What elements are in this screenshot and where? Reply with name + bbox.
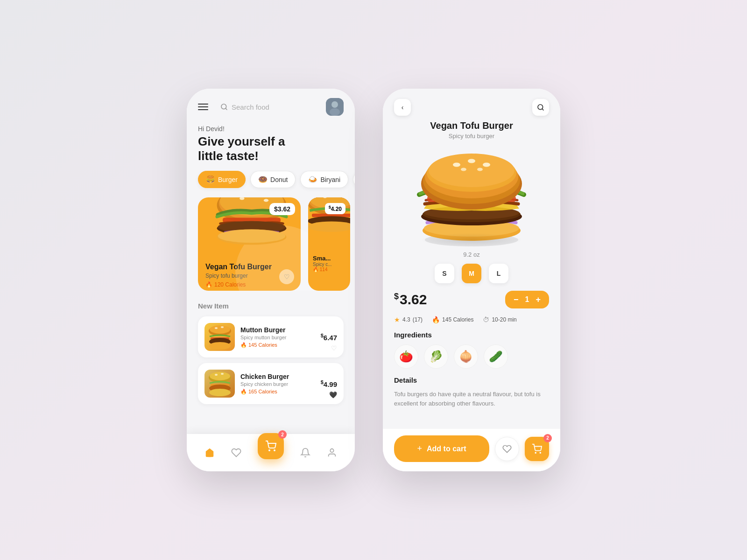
svg-point-59 <box>477 168 483 171</box>
category-biryani[interactable]: 🍛 Biryani <box>300 171 348 188</box>
size-options: S M L <box>383 264 560 283</box>
nav-profile[interactable] <box>327 448 337 458</box>
ingredients-section-title: Ingredients <box>383 331 560 344</box>
list-item-mutton[interactable]: Mutton Burger Spicy mutton burger 🔥 145 … <box>198 316 344 357</box>
quantity-control: − 1 + <box>505 291 549 308</box>
mutton-price-area: $6.47 <box>321 333 337 342</box>
svg-point-34 <box>221 373 224 375</box>
svg-line-42 <box>542 109 543 110</box>
qty-value: 1 <box>525 295 529 304</box>
food-list: Mutton Burger Spicy mutton burger 🔥 145 … <box>187 316 355 404</box>
ingredient-onion[interactable]: 🧅 <box>454 344 478 369</box>
nav-notifications[interactable] <box>300 448 310 458</box>
calories-value: 145 Calories <box>442 316 473 323</box>
featured-card2-price: $4.20 <box>325 203 345 214</box>
mutton-name: Mutton Burger <box>240 326 315 334</box>
mutton-burger-image <box>204 323 235 351</box>
plus-icon-cart: + <box>417 444 423 454</box>
delivery-time: 10-20 min <box>492 316 516 323</box>
chicken-subtitle: Spicy chicken burger <box>240 381 315 387</box>
svg-point-58 <box>461 168 466 171</box>
detail-food-title: Vegan Tofu Burger <box>394 120 549 131</box>
search-icon <box>220 103 228 111</box>
svg-point-32 <box>210 372 230 380</box>
rating-badge: ★ 4.3 (17) <box>394 316 423 323</box>
featured-price-badge: $3.62 <box>269 203 295 215</box>
svg-point-38 <box>269 450 270 451</box>
mutton-subtitle: Spicy mutton burger <box>240 335 315 340</box>
nav-cart[interactable]: 2 <box>258 433 284 459</box>
clock-icon: ⏱ <box>483 316 489 323</box>
featured-card2-calories: 🔥 114 <box>313 267 332 272</box>
nav-home[interactable] <box>204 448 215 458</box>
list-item-chicken[interactable]: Chicken Burger Spicy chicken burger 🔥 16… <box>198 363 344 404</box>
search-placeholder: Search food <box>232 103 269 111</box>
size-s-button[interactable]: S <box>435 264 454 283</box>
chicken-price-area: $4.99 <box>321 379 337 388</box>
chicken-burger-image <box>204 370 235 398</box>
category-burger[interactable]: 🍔 Burger <box>198 171 246 188</box>
details-text: Tofu burgers do have quite a neutral fla… <box>383 390 560 417</box>
category-donut[interactable]: 🍩 Donut <box>250 171 296 188</box>
rating-value: 4.3 <box>402 316 410 323</box>
featured-section: $3.62 Vegan Tofu Burger Spicy tofu burge… <box>187 197 355 291</box>
chicken-price: $4.99 <box>321 379 337 388</box>
size-l-button[interactable]: L <box>489 264 508 283</box>
menu-button[interactable] <box>198 104 208 110</box>
detail-food-image-area <box>383 140 560 249</box>
qty-plus-button[interactable]: + <box>536 295 541 304</box>
rating-count: (17) <box>413 316 423 323</box>
svg-point-37 <box>209 389 231 396</box>
greeting-salutation: Hi Devid! <box>198 125 344 133</box>
greeting-section: Hi Devid! Give yourself a little taste! <box>187 121 355 171</box>
svg-point-55 <box>453 163 460 167</box>
detail-favorite-button[interactable] <box>495 437 519 461</box>
detail-search-button[interactable] <box>532 99 549 116</box>
search-bar[interactable]: Search food <box>214 99 320 115</box>
detail-cart-button[interactable]: 2 <box>525 437 549 461</box>
ingredients-list: 🍅 🥬 🧅 🥒 <box>383 344 560 376</box>
svg-point-27 <box>221 326 224 328</box>
detail-food-subtitle: Spicy tofu burger <box>394 133 549 140</box>
star-icon: ★ <box>394 316 400 323</box>
back-button[interactable]: ‹ <box>394 99 411 116</box>
category-dessert[interactable]: 🍦 Dessert <box>353 171 355 188</box>
svg-point-60 <box>535 452 536 453</box>
featured-card2-title: Sma... <box>313 255 332 262</box>
biryani-category-icon: 🍛 <box>308 175 317 184</box>
price-quantity-row: $3.62 − 1 + <box>383 291 560 316</box>
svg-point-25 <box>210 325 230 334</box>
svg-line-1 <box>226 108 227 110</box>
calories-badge: 🔥 145 Calories <box>432 316 473 323</box>
burger-category-icon: 🍔 <box>206 175 215 184</box>
chicken-calories: 🔥 165 Calories <box>240 389 315 395</box>
category-biryani-label: Biryani <box>320 176 340 183</box>
new-item-section-title: New Item <box>187 291 355 316</box>
details-section-title: Details <box>383 376 560 390</box>
featured-card-smash[interactable]: $4.20 Sma... Spicy c... 🔥 114 <box>308 197 350 291</box>
featured-card-vegan[interactable]: $3.62 Vegan Tofu Burger Spicy tofu burge… <box>198 197 301 291</box>
detail-food-image <box>402 144 542 247</box>
greeting-headline: Give yourself a little taste! <box>198 134 344 163</box>
svg-point-4 <box>330 108 340 116</box>
add-to-cart-button[interactable]: + Add to cart <box>394 435 489 462</box>
nav-favorites[interactable] <box>231 448 241 458</box>
detail-cart-badge: 2 <box>543 434 552 442</box>
donut-category-icon: 🍩 <box>258 175 268 184</box>
ingredient-tomato[interactable]: 🍅 <box>394 344 418 369</box>
weight-label: 9.2 oz <box>383 251 560 258</box>
svg-point-10 <box>264 199 268 202</box>
svg-point-15 <box>218 229 286 243</box>
ingredient-cucumber[interactable]: 🥒 <box>484 344 508 369</box>
svg-point-57 <box>483 163 490 167</box>
qty-minus-button[interactable]: − <box>514 295 519 304</box>
chicken-favorite-button[interactable]: 🖤 <box>329 391 337 399</box>
ingredient-lettuce[interactable]: 🥬 <box>424 344 448 369</box>
featured-card2-subtitle: Spicy c... <box>313 262 332 267</box>
size-m-button[interactable]: M <box>462 264 481 283</box>
svg-point-54 <box>429 154 514 187</box>
chicken-name: Chicken Burger <box>240 373 315 380</box>
mutton-favorite-button[interactable]: ♡ <box>331 344 337 352</box>
svg-point-23 <box>308 222 350 232</box>
user-avatar[interactable] <box>326 98 344 116</box>
